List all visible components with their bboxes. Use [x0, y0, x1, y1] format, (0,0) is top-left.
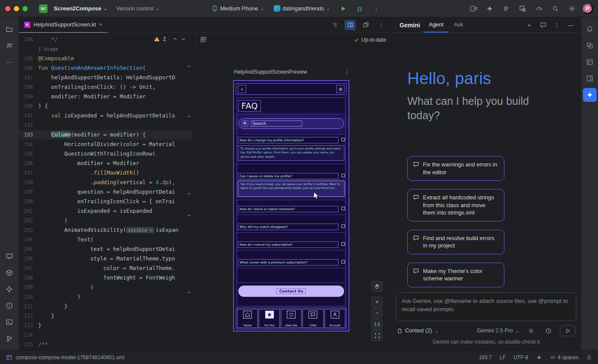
- code-line[interactable]: 202 ): [19, 216, 192, 225]
- line-number[interactable]: 195: [19, 149, 33, 159]
- code-line[interactable]: 187 helpAndSupportDetails: HelpAndSuppor…: [19, 73, 192, 82]
- phone-preview[interactable]: ‹ FAQ: [233, 80, 349, 332]
- indent-widget[interactable]: 4 spaces: [550, 354, 578, 361]
- code-line[interactable]: 211 }: [19, 302, 192, 311]
- line-number[interactable]: 212: [19, 311, 33, 321]
- zoom-actual-size-button[interactable]: 1:1: [371, 319, 383, 330]
- line-number[interactable]: 191: [19, 111, 33, 120]
- more-tools-button[interactable]: ⋯: [3, 55, 16, 69]
- line-number[interactable]: 209: [19, 283, 33, 292]
- line-number[interactable]: 201: [19, 206, 33, 216]
- panel-options-button[interactable]: ⋮: [551, 20, 562, 31]
- code-line[interactable]: 215/**: [19, 340, 192, 349]
- chevron-up-icon[interactable]: [172, 36, 178, 42]
- line-number[interactable]: 193: [19, 130, 33, 140]
- line-number[interactable]: 184: [19, 35, 33, 44]
- minimize-window-button[interactable]: [14, 6, 19, 11]
- code-line[interactable]: 193 Column(modifier = modifier) {: [19, 130, 192, 140]
- run-button[interactable]: [337, 3, 349, 15]
- zoom-to-fit-button[interactable]: [371, 330, 383, 341]
- close-window-button[interactable]: [5, 6, 10, 11]
- line-number[interactable]: 215: [19, 340, 33, 349]
- collaboration-tool-button[interactable]: [3, 39, 16, 52]
- profiler-button[interactable]: [533, 3, 545, 15]
- line-number[interactable]: 190: [19, 101, 33, 111]
- code-line[interactable]: 194 HorizontalDivider(color = Material: [19, 140, 192, 149]
- line-number[interactable]: 187: [19, 73, 33, 82]
- line-number[interactable]: 206: [19, 254, 33, 263]
- tab-agent[interactable]: Agent: [423, 17, 448, 32]
- code-line[interactable]: 205 text = helpAndSupportDetai: [19, 244, 192, 254]
- device-mirroring-tool-button[interactable]: [583, 39, 597, 52]
- line-number[interactable]: 192: [19, 120, 33, 130]
- code-editor[interactable]: 184 */1 Usage185@Composable186fun Questi…: [19, 33, 192, 349]
- suggestion-card[interactable]: Find and resolve build errors in my proj…: [407, 230, 504, 254]
- code-line[interactable]: 208 fontWeight = FontWeigh: [19, 273, 192, 283]
- encoding-widget[interactable]: UTF-8: [514, 354, 528, 361]
- preview-canvas[interactable]: HelpAndSupportScreenPreview ⋮ ‹: [192, 47, 391, 350]
- code-line[interactable]: 212 }: [19, 311, 192, 321]
- ai-status-button[interactable]: [536, 354, 542, 361]
- code-line[interactable]: 1 Usage: [19, 44, 192, 54]
- line-number[interactable]: 188: [19, 82, 33, 92]
- line-number[interactable]: 210: [19, 292, 33, 302]
- code-line[interactable]: 188 onTrailingIconClick: () -> Unit,: [19, 82, 192, 92]
- notifications-button[interactable]: [583, 22, 597, 36]
- tab-ask[interactable]: Ask: [448, 17, 468, 32]
- project-selector[interactable]: Screen2Compose ⌄: [51, 3, 110, 13]
- chat-history-button[interactable]: [537, 20, 549, 31]
- gemini-spark-button[interactable]: [484, 3, 496, 15]
- run-config-selector[interactable]: datingandfriends ⌄: [271, 3, 333, 13]
- preview-options-button[interactable]: ⋮: [344, 68, 350, 75]
- code-line[interactable]: 186fun QuestionAndAnswerInfoSection(: [19, 63, 192, 73]
- line-number[interactable]: 200: [19, 197, 33, 206]
- line-number[interactable]: 185: [19, 54, 33, 63]
- code-line[interactable]: 210 ): [19, 292, 192, 302]
- suggestion-card[interactable]: Fix the warnings and errors in the edito…: [407, 156, 504, 181]
- context-selector[interactable]: Context (2) ⌄: [397, 328, 439, 334]
- line-ending-widget[interactable]: LF: [500, 354, 506, 361]
- line-number[interactable]: 198: [19, 178, 33, 187]
- line-number[interactable]: 194: [19, 140, 33, 149]
- code-line[interactable]: 197 .fillMaxWidth(): [19, 168, 192, 178]
- device-selector[interactable]: Medium Phone ⌄: [209, 3, 267, 13]
- line-number[interactable]: 197: [19, 168, 33, 178]
- more-actions-button[interactable]: ⋮: [370, 3, 382, 15]
- problems-tool-button[interactable]: [3, 299, 16, 312]
- code-line[interactable]: 206 style = MaterialTheme.typo: [19, 254, 192, 263]
- version-control-tool-button[interactable]: [3, 332, 16, 345]
- minimize-panel-button[interactable]: —: [565, 20, 576, 31]
- code-line[interactable]: 203 AnimatedVisibility(visible =isExpan: [19, 225, 192, 235]
- line-number[interactable]: 189: [19, 92, 33, 101]
- code-line[interactable]: 214: [19, 330, 192, 340]
- line-number[interactable]: 205: [19, 244, 33, 254]
- settings-button[interactable]: [566, 3, 578, 15]
- terminal-tool-button[interactable]: [3, 315, 16, 329]
- prompt-history-button[interactable]: [543, 325, 554, 336]
- split-editor-preview-button[interactable]: [344, 20, 356, 30]
- line-number[interactable]: 211: [19, 302, 33, 311]
- running-devices-tool-button[interactable]: [3, 249, 16, 263]
- code-line[interactable]: 201 isExpanded = isExpanded: [19, 206, 192, 216]
- code-line[interactable]: 199 question = helpAndSupportDetai: [19, 187, 192, 197]
- tab-helpandsupportscreen[interactable]: K HelpAndSupportScreen.kt ×: [19, 17, 107, 33]
- code-line[interactable]: 207 color = MaterialTheme.: [19, 263, 192, 273]
- build-tool-button[interactable]: [3, 266, 16, 280]
- search-button[interactable]: [549, 3, 562, 15]
- zoom-out-button[interactable]: −: [371, 308, 383, 318]
- code-line[interactable]: 200 onTrailingIconClick = { onTrai: [19, 197, 192, 206]
- line-number[interactable]: 203: [19, 225, 33, 235]
- panels-tool-button[interactable]: [583, 72, 597, 85]
- code-line[interactable]: 190) {: [19, 101, 192, 111]
- line-number[interactable]: 204: [19, 235, 33, 244]
- line-number[interactable]: 208: [19, 273, 33, 283]
- layout-inspector-tool-button[interactable]: [583, 55, 597, 69]
- device-mirror-button[interactable]: [467, 3, 479, 15]
- zoom-in-button[interactable]: +: [371, 296, 383, 307]
- suggestion-card[interactable]: Extract all hardcoded strings from this …: [407, 189, 504, 221]
- code-line[interactable]: 189 modifier: Modifier = Modifier: [19, 92, 192, 101]
- user-avatar[interactable]: P: [582, 3, 593, 14]
- open-in-window-button[interactable]: [360, 20, 371, 30]
- code-line[interactable]: 198 .padding(vertical = 4.dp),: [19, 178, 192, 187]
- code-line[interactable]: 196 modifier = Modifier: [19, 159, 192, 168]
